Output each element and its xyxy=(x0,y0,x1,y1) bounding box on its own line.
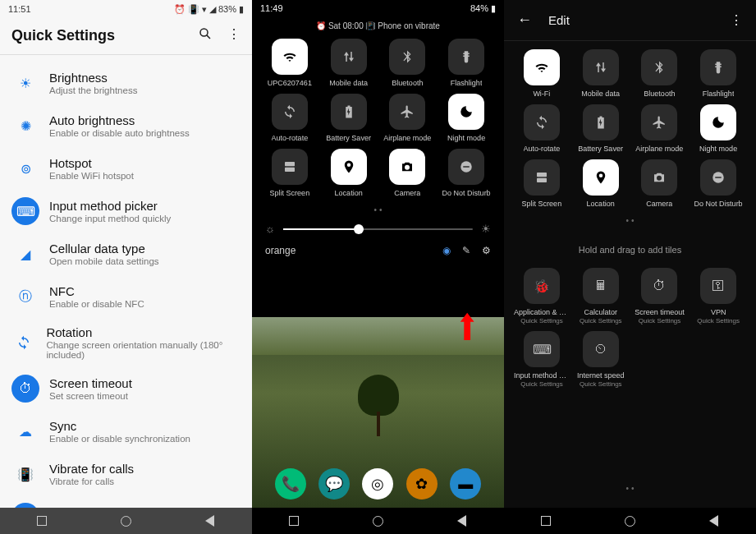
tile-battery-saver[interactable]: Battery Saver xyxy=(321,94,377,142)
app-chrome[interactable]: ◎ xyxy=(362,468,393,499)
nav-home[interactable] xyxy=(622,513,637,528)
tile-screen-timeout[interactable]: ⏱Screen timeoutQuick Settings xyxy=(632,268,688,325)
rotate-icon xyxy=(272,94,308,130)
nav-recent[interactable] xyxy=(286,513,301,528)
tile-input-method-pic-[interactable]: ⌨Input method pic…Quick Settings xyxy=(514,331,570,388)
nav-back[interactable] xyxy=(455,513,470,528)
app-files[interactable]: ▬ xyxy=(450,468,481,499)
vibrate-icon: 📳 xyxy=(11,460,39,488)
battery-text: 83% xyxy=(218,4,236,14)
more-icon[interactable]: ⋮ xyxy=(730,12,743,28)
setting-sync[interactable]: ☁SyncEnable or disable synchronization xyxy=(0,410,252,453)
wifi-icon xyxy=(272,39,308,75)
timer-icon: ⏱ xyxy=(11,375,39,403)
tile-auto-rotate[interactable]: Auto-rotate xyxy=(514,104,570,153)
nav-recent[interactable] xyxy=(34,513,49,528)
tile-location[interactable]: Location xyxy=(573,159,629,208)
tile-location[interactable]: Location xyxy=(321,149,377,197)
status-bar: 11:49 84% ▮ xyxy=(252,0,504,16)
nav-back[interactable] xyxy=(203,513,218,528)
setting-input-method-picker[interactable]: ⌨Input method pickerChange input method … xyxy=(0,190,252,232)
nav-home[interactable] xyxy=(118,513,133,528)
nav-home[interactable] xyxy=(370,513,385,528)
bug-icon: 🐞 xyxy=(524,268,560,304)
battery-icon: ▮ xyxy=(239,4,244,15)
tile-night-mode[interactable]: Night mode xyxy=(690,104,746,153)
tile-split-screen[interactable]: Split Screen xyxy=(514,159,570,208)
tile-vpn[interactable]: ⚿VPNQuick Settings xyxy=(690,268,746,325)
rotate-icon xyxy=(11,329,36,357)
more-icon[interactable]: ⋮ xyxy=(227,26,241,44)
timer-icon: ⏱ xyxy=(641,268,677,304)
tile-internet-speed[interactable]: ⏲Internet speedQuick Settings xyxy=(573,331,629,388)
header: ← Edit ⋮ xyxy=(504,0,756,40)
setting-brightness[interactable]: ☀BrightnessAdjust the brightness xyxy=(0,62,252,104)
tile-upc6207461[interactable]: UPC6207461 xyxy=(262,39,318,87)
app-phone[interactable]: 📞 xyxy=(275,468,306,499)
hint-text: Hold and drag to add tiles xyxy=(504,233,756,268)
setting-vibrate-for-calls[interactable]: 📳Vibrate for callsVibrate for calls xyxy=(0,453,252,495)
setting-screen-timeout[interactable]: ⏱Screen timeoutSet screen timeout xyxy=(0,367,252,410)
user-icon[interactable]: ◉ xyxy=(442,245,451,256)
signal-icon: ◢ xyxy=(209,4,216,15)
app-photos[interactable]: ✿ xyxy=(406,468,438,499)
tile-mobile-data[interactable]: Mobile data xyxy=(321,39,377,87)
setting-hotspot[interactable]: ⊚HotspotEnable WiFi hotspot xyxy=(0,147,252,190)
quick-settings-shade: 11:49 84% ▮ ⏰ Sat 08:00 📳 Phone on vibra… xyxy=(252,0,504,534)
svg-rect-3 xyxy=(285,168,295,172)
tile-airplane-mode[interactable]: Airplane mode xyxy=(380,94,436,142)
settings-icon[interactable]: ⚙ xyxy=(482,245,491,256)
annotation-arrow: ⬆ xyxy=(456,306,479,348)
dnd-icon xyxy=(700,159,736,196)
tile-calculator[interactable]: 🖩CalculatorQuick Settings xyxy=(573,268,629,325)
tile-camera[interactable]: Camera xyxy=(632,159,688,208)
flash-icon xyxy=(448,39,484,75)
page-title: Quick Settings xyxy=(11,27,115,44)
camera-icon xyxy=(389,149,425,185)
tile-airplane-mode[interactable]: Airplane mode xyxy=(632,104,688,153)
setting-rotation[interactable]: RotationChange screen orientation manual… xyxy=(0,318,252,367)
vibrate-icon: 📳 xyxy=(188,4,199,15)
tile-split-screen[interactable]: Split Screen xyxy=(262,149,318,197)
tile-flashlight[interactable]: Flashlight xyxy=(438,39,494,87)
available-tiles-grid: 🐞Application & sh…Quick Settings🖩Calcula… xyxy=(504,268,756,388)
edit-icon[interactable]: ✎ xyxy=(462,245,470,256)
brightness-slider[interactable]: ☼ ☀ xyxy=(252,223,504,235)
nav-recent[interactable] xyxy=(538,513,553,528)
split-icon xyxy=(524,159,560,196)
tile-bluetooth[interactable]: Bluetooth xyxy=(632,49,688,98)
nav-back[interactable] xyxy=(707,513,722,528)
tile-mobile-data[interactable]: Mobile data xyxy=(573,49,629,98)
brightness-low-icon: ☼ xyxy=(265,223,275,235)
setting-cellular-data-type[interactable]: ◢Cellular data typeOpen mobile data sett… xyxy=(0,232,252,275)
setting-nfc[interactable]: ⓝNFCEnable or disable NFC xyxy=(0,275,252,318)
alarm-icon: ⏰ xyxy=(174,4,186,15)
tile-battery-saver[interactable]: Battery Saver xyxy=(573,104,629,153)
tile-application-sh-[interactable]: 🐞Application & sh…Quick Settings xyxy=(514,268,570,325)
key-icon: ⚿ xyxy=(700,268,736,304)
shade-footer: orange ◉ ✎ ⚙ xyxy=(252,235,504,266)
status-bar: 11:51 ⏰ 📳 ▾ ◢ 83% ▮ xyxy=(0,0,252,18)
clock: 11:51 xyxy=(8,4,31,14)
tile-auto-rotate[interactable]: Auto-rotate xyxy=(262,94,318,142)
tile-flashlight[interactable]: Flashlight xyxy=(690,49,746,98)
tile-camera[interactable]: Camera xyxy=(380,149,436,197)
hotspot-icon: ⊚ xyxy=(11,154,39,182)
svg-point-0 xyxy=(200,29,208,36)
battery-icon: ▮ xyxy=(491,3,496,14)
tile-night-mode[interactable]: Night mode xyxy=(438,94,494,142)
split-icon xyxy=(272,149,308,185)
calc-icon: 🖩 xyxy=(583,268,619,304)
search-icon[interactable] xyxy=(198,26,213,44)
moon-icon xyxy=(448,94,484,130)
active-tiles-grid: Wi-FiMobile dataBluetoothFlashlightAuto-… xyxy=(504,49,756,208)
page-dots: • • xyxy=(252,197,504,223)
tile-do-not-disturb[interactable]: Do Not Disturb xyxy=(438,149,494,197)
tile-wi-fi[interactable]: Wi-Fi xyxy=(514,49,570,98)
tile-bluetooth[interactable]: Bluetooth xyxy=(380,39,436,87)
tile-do-not-disturb[interactable]: Do Not Disturb xyxy=(690,159,746,208)
app-messages[interactable]: 💬 xyxy=(318,468,350,499)
back-icon[interactable]: ← xyxy=(517,12,532,29)
setting-auto-brightness[interactable]: ✺Auto brightnessEnable or disable auto b… xyxy=(0,104,252,147)
bt-icon xyxy=(641,49,677,85)
